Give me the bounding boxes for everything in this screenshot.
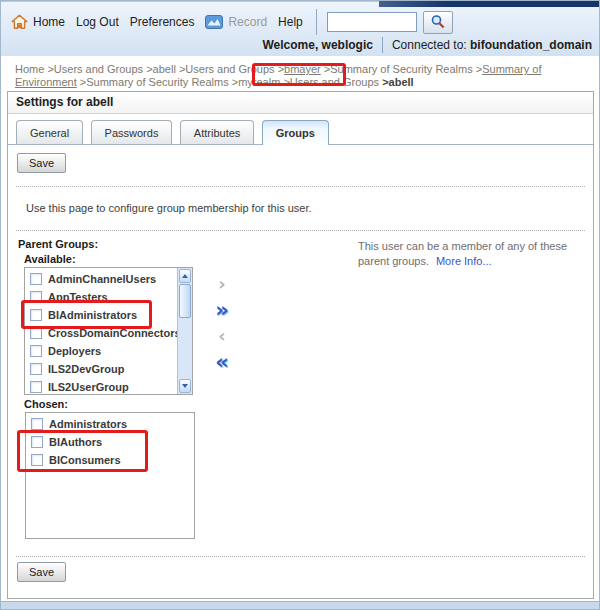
tab-bar: General Passwords Attributes Groups: [8, 120, 593, 145]
list-item[interactable]: Deployers: [25, 342, 177, 360]
crumb-home[interactable]: Home: [15, 63, 47, 75]
chosen-label: Chosen:: [24, 398, 68, 410]
page-title: Settings for abell: [8, 92, 593, 114]
crumb-bmayer-link[interactable]: bmayer: [284, 63, 321, 75]
crumb-users-and-groups-3[interactable]: >Users and Groups: [283, 76, 382, 88]
connected-text: Connected to: bifoundation_domain: [392, 38, 592, 52]
checkbox[interactable]: [30, 327, 42, 339]
scroll-up-icon[interactable]: [179, 269, 191, 283]
breadcrumb-line-1: Home >Users and Groups >abell >Users and…: [1, 63, 599, 76]
checkbox[interactable]: [31, 418, 43, 430]
crumb-summary-security-realms-2[interactable]: >Summary of Security Realms: [77, 76, 232, 88]
chosen-list-items: Administrators BIAuthors BIConsumers: [26, 413, 194, 538]
help-text: This user can be a member of any of thes…: [358, 239, 594, 269]
page-background-strip: [1, 601, 599, 610]
separator: [16, 230, 585, 231]
scroll-down-icon[interactable]: [179, 379, 191, 393]
list-item[interactable]: BIConsumers: [26, 451, 194, 469]
tab-attributes[interactable]: Attributes: [180, 120, 254, 144]
tab-passwords[interactable]: Passwords: [91, 120, 173, 144]
toolbar: Home Log Out Preferences Record Help: [11, 11, 453, 33]
logout-link[interactable]: Log Out: [76, 15, 119, 29]
home-link[interactable]: Home: [33, 15, 65, 29]
weblogic-console-window: Home Log Out Preferences Record Help W: [0, 0, 600, 610]
search-button[interactable]: [423, 11, 453, 34]
window-edge-artifact: [379, 1, 600, 7]
shuttle-controls: › » ‹ «: [207, 273, 237, 377]
crumb-summary-of-environment-link-part1[interactable]: Summary of: [482, 63, 541, 75]
preferences-link[interactable]: Preferences: [130, 15, 195, 29]
crumb-current-abell: >abell: [382, 76, 414, 88]
header-bar: Home Log Out Preferences Record Help W: [1, 1, 599, 56]
available-list-items: AdminChannelUsers AppTesters BIAdministr…: [25, 268, 177, 394]
record-icon: [205, 14, 223, 30]
breadcrumb: Home >Users and Groups >abell >Users and…: [1, 57, 599, 91]
list-item[interactable]: AdminChannelUsers: [25, 270, 177, 288]
page-description: Use this page to configure group members…: [26, 202, 312, 214]
checkbox[interactable]: [30, 273, 42, 285]
available-list[interactable]: AdminChannelUsers AppTesters BIAdministr…: [24, 267, 193, 395]
welcome-text: Welcome, weblogic: [262, 38, 372, 52]
save-button-top[interactable]: Save: [17, 153, 66, 173]
move-all-right-icon[interactable]: »: [215, 299, 229, 325]
checkbox[interactable]: [30, 345, 42, 357]
scrollbar-thumb[interactable]: [179, 284, 191, 318]
settings-panel: Settings for abell General Passwords Att…: [7, 91, 594, 599]
checkbox[interactable]: [30, 381, 42, 393]
separator: [16, 186, 585, 187]
separator: [16, 556, 585, 557]
move-right-icon[interactable]: ›: [218, 273, 225, 299]
home-icon[interactable]: [11, 14, 28, 30]
crumb-abell-1[interactable]: >abell: [146, 63, 179, 75]
toolbar-divider: [316, 9, 317, 35]
help-link[interactable]: Help: [278, 15, 303, 29]
list-item[interactable]: ILS2UserGroup: [25, 378, 177, 394]
chosen-list[interactable]: Administrators BIAuthors BIConsumers: [25, 412, 195, 539]
list-item[interactable]: CrossDomainConnectors: [25, 324, 177, 342]
crumb-myrealm[interactable]: >myrealm: [232, 76, 284, 88]
crumb-users-and-groups-1[interactable]: >Users and Groups: [47, 63, 146, 75]
checkbox[interactable]: [30, 309, 42, 321]
list-item[interactable]: BIAdministrators: [25, 306, 177, 324]
checkbox[interactable]: [30, 363, 42, 375]
move-left-icon[interactable]: ‹: [218, 325, 225, 351]
more-info-link[interactable]: More Info...: [436, 255, 492, 267]
available-label: Available:: [24, 253, 76, 265]
search-input[interactable]: [327, 12, 417, 32]
crumb-users-and-groups-2[interactable]: >Users and Groups: [179, 63, 278, 75]
tab-groups[interactable]: Groups: [262, 120, 329, 145]
checkbox[interactable]: [30, 291, 42, 303]
checkbox[interactable]: [31, 454, 43, 466]
session-divider: [382, 37, 383, 53]
record-label: Record: [228, 15, 267, 29]
crumb-summary-of-environment-link-part2[interactable]: Environment: [15, 76, 77, 88]
list-item[interactable]: ILS2DevGroup: [25, 360, 177, 378]
list-item[interactable]: Administrators: [26, 415, 194, 433]
list-item[interactable]: AppTesters: [25, 288, 177, 306]
save-button-bottom[interactable]: Save: [17, 562, 66, 582]
search-icon: [430, 14, 446, 30]
checkbox[interactable]: [31, 436, 43, 448]
tab-general[interactable]: General: [16, 120, 83, 144]
move-all-left-icon[interactable]: «: [215, 351, 229, 377]
crumb-summary-security-realms-1[interactable]: >Summary of Security Realms: [321, 63, 476, 75]
session-info: Welcome, weblogic Connected to: bifounda…: [262, 37, 592, 53]
list-item[interactable]: BIAuthors: [26, 433, 194, 451]
parent-groups-label: Parent Groups:: [18, 238, 98, 250]
breadcrumb-line-2: Environment >Summary of Security Realms …: [1, 76, 599, 89]
scrollbar[interactable]: [177, 268, 192, 394]
